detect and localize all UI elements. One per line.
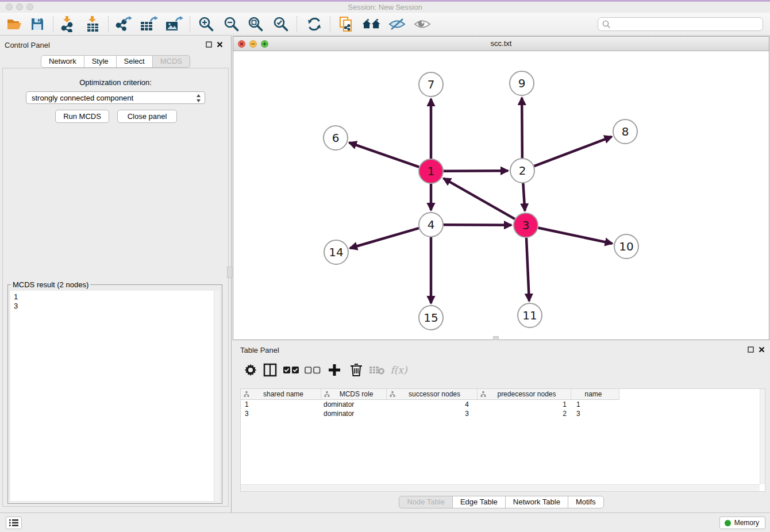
split-view-icon[interactable]: [260, 360, 280, 380]
column-header-predecessor-nodes[interactable]: predecessor nodes: [478, 389, 571, 400]
column-label: successor nodes: [395, 390, 477, 398]
close-panel-icon[interactable]: [759, 346, 765, 353]
refresh-layout-icon[interactable]: [305, 15, 324, 33]
panel-splitter-handle[interactable]: [227, 267, 232, 278]
network-window-titlebar[interactable]: scc.txt: [233, 37, 769, 51]
home-views-icon[interactable]: [362, 15, 382, 33]
close-panel-button[interactable]: Close panel: [117, 110, 177, 123]
table-cell[interactable]: 4: [387, 400, 478, 409]
graph-edge-4-3[interactable]: [444, 225, 511, 225]
svg-text:11: 11: [522, 309, 537, 322]
export-table-icon[interactable]: [139, 15, 159, 33]
graph-edge-3-11[interactable]: [526, 238, 529, 301]
graph-node-14[interactable]: 14: [324, 240, 348, 264]
svg-text:7: 7: [428, 78, 435, 91]
graph-node-8[interactable]: 8: [613, 119, 637, 144]
export-network-icon[interactable]: [114, 15, 133, 33]
run-mcds-button[interactable]: Run MCDS: [55, 110, 109, 123]
float-panel-icon[interactable]: [748, 346, 754, 353]
table-cell[interactable]: 3: [387, 409, 478, 418]
add-row-icon[interactable]: [325, 360, 344, 380]
table-row[interactable]: 3dominator323: [241, 409, 765, 418]
column-header-mcds-role[interactable]: MCDS role: [321, 389, 387, 400]
graph-edge-3-1[interactable]: [444, 178, 515, 219]
table-cell[interactable]: 1: [241, 400, 321, 409]
select-all-icon[interactable]: [282, 360, 301, 380]
task-history-button[interactable]: [6, 516, 22, 529]
graph-edge-4-14[interactable]: [350, 228, 419, 248]
import-table-icon[interactable]: [83, 15, 102, 33]
table-vertical-scrollbar[interactable]: [760, 389, 765, 484]
graph-node-2[interactable]: 2: [510, 159, 534, 183]
column-header-shared-name[interactable]: shared name: [241, 389, 321, 400]
close-panel-icon[interactable]: [217, 41, 223, 48]
hierarchy-icon: [480, 391, 486, 397]
delete-row-icon[interactable]: [346, 360, 366, 380]
table-cell[interactable]: 3: [571, 409, 619, 418]
duplicate-network-icon[interactable]: [337, 15, 356, 33]
hide-details-icon[interactable]: [387, 15, 407, 33]
result-scrollbar[interactable]: [214, 291, 220, 501]
table-cell[interactable]: dominator: [321, 400, 387, 409]
show-details-icon[interactable]: [413, 15, 432, 33]
search-input[interactable]: [614, 19, 763, 29]
tab-motifs[interactable]: Motifs: [568, 496, 604, 508]
zoom-selected-icon[interactable]: [271, 15, 291, 33]
open-session-icon[interactable]: [5, 15, 24, 33]
svg-text:15: 15: [424, 311, 438, 325]
column-label: shared name: [249, 390, 321, 398]
table-cell[interactable]: 1: [478, 400, 571, 409]
table-cell[interactable]: 3: [241, 409, 321, 418]
float-panel-icon[interactable]: [206, 41, 212, 48]
graph-node-3[interactable]: 3: [514, 213, 538, 237]
mcds-result-box[interactable]: 1 3: [10, 291, 220, 501]
column-header-name[interactable]: name: [571, 389, 619, 400]
criterion-select[interactable]: strongly connected component: [26, 91, 205, 104]
graph-edge-1-6[interactable]: [349, 142, 419, 167]
column-header-successor-nodes[interactable]: successor nodes: [387, 389, 478, 400]
view-resize-handle[interactable]: [493, 336, 499, 340]
graph-node-11[interactable]: 11: [518, 303, 542, 327]
export-image-icon[interactable]: [164, 15, 184, 33]
table-cell[interactable]: 1: [571, 400, 619, 409]
graph-node-7[interactable]: 7: [419, 72, 443, 97]
graph-node-9[interactable]: 9: [510, 71, 534, 95]
import-network-icon[interactable]: [57, 15, 77, 33]
graph-edge-3-10[interactable]: [538, 228, 613, 244]
save-session-icon[interactable]: [28, 15, 47, 33]
graph-node-6[interactable]: 6: [324, 126, 348, 150]
tab-mcds[interactable]: MCDS: [152, 55, 190, 68]
svg-text:3: 3: [522, 218, 530, 232]
table-cell[interactable]: dominator: [321, 409, 387, 418]
table-row[interactable]: 1dominator411: [241, 400, 765, 409]
zoom-fit-icon[interactable]: [246, 15, 265, 33]
table-cell[interactable]: 2: [478, 409, 571, 418]
zoom-in-icon[interactable]: [197, 15, 216, 33]
network-view-title: scc.txt: [233, 39, 769, 48]
tab-node-table[interactable]: Node Table: [399, 496, 453, 508]
graph-edge-2-3[interactable]: [523, 183, 525, 211]
tab-network-table[interactable]: Network Table: [505, 496, 568, 508]
memory-label: Memory: [734, 519, 759, 527]
tab-edge-table[interactable]: Edge Table: [452, 496, 506, 508]
memory-button[interactable]: Memory: [719, 516, 765, 529]
chevron-updown-icon: [196, 94, 201, 103]
graph-node-4[interactable]: 4: [419, 213, 443, 237]
graph-edge-1-2[interactable]: [444, 171, 508, 171]
deselect-all-icon[interactable]: [303, 360, 322, 380]
graph-edge-2-8[interactable]: [534, 137, 612, 166]
tab-style[interactable]: Style: [84, 55, 117, 68]
tab-select[interactable]: Select: [116, 55, 153, 68]
status-bar: Memory: [0, 512, 770, 532]
toolbar-separator: [190, 16, 190, 32]
settings-gear-icon[interactable]: [241, 360, 260, 380]
zoom-out-icon[interactable]: [222, 15, 241, 33]
table-horizontal-scrollbar[interactable]: [241, 484, 760, 491]
network-canvas[interactable]: 7968124314101511: [233, 51, 769, 340]
graph-node-10[interactable]: 10: [614, 234, 638, 259]
tab-network[interactable]: Network: [41, 55, 84, 68]
graph-node-15[interactable]: 15: [419, 306, 443, 330]
function-icon-label: f(x): [390, 364, 407, 376]
graph-node-1[interactable]: 1: [419, 159, 443, 183]
graph-edge-2-9[interactable]: [522, 98, 522, 158]
